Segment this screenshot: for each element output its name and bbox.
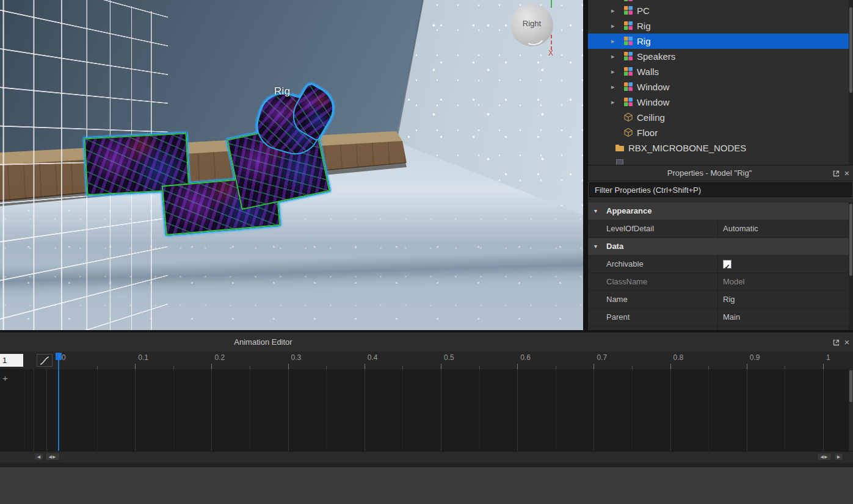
timeline-vertical-scrollbar-thumb[interactable] bbox=[849, 370, 852, 402]
explorer-item-rig[interactable]: ▸Rig bbox=[588, 18, 853, 34]
section-collapse-icon[interactable]: ▾ bbox=[594, 238, 597, 255]
3d-viewport[interactable]: Rig Right X bbox=[0, 0, 583, 330]
filter-properties-input[interactable] bbox=[589, 182, 852, 197]
explorer-item-label: Window bbox=[637, 95, 669, 110]
explorer-panel: ▸PC▸Rig▸Rig▸Speakers▸Walls▸Window▸Window… bbox=[588, 0, 853, 165]
property-row-parent[interactable]: ParentMain bbox=[588, 309, 853, 326]
timeline-vertical-scrollbar[interactable] bbox=[849, 369, 853, 451]
scroll-zoom-left-button[interactable]: ◀▶ bbox=[45, 453, 60, 461]
explorer-item-walls[interactable]: ▸Walls bbox=[588, 64, 853, 79]
ruler-tick bbox=[747, 364, 747, 369]
add-track-button[interactable]: + bbox=[2, 373, 8, 383]
explorer-item-ceiling[interactable]: Ceiling bbox=[588, 110, 853, 125]
model-icon bbox=[623, 67, 633, 76]
explorer-item-label: RBX_MICROBONE_NODES bbox=[628, 140, 746, 156]
model-icon bbox=[623, 36, 633, 46]
folder-icon bbox=[615, 143, 625, 153]
explorer-item-label: Window bbox=[637, 79, 669, 95]
model-icon bbox=[623, 51, 633, 61]
property-value-text: Automatic bbox=[723, 220, 758, 237]
rig-model[interactable] bbox=[79, 92, 348, 238]
x-axis-line bbox=[551, 35, 552, 50]
explorer-item-window[interactable]: ▸Window bbox=[588, 79, 853, 95]
ruler-tick bbox=[441, 364, 441, 369]
ruler-tick bbox=[211, 364, 212, 369]
animation-editor-panel: Animation Editor × 00.10.20.30.40.50.60.… bbox=[0, 333, 853, 467]
property-section-data[interactable]: ▾Data bbox=[588, 238, 853, 256]
property-label: Archivable bbox=[606, 256, 644, 273]
property-label: Parent bbox=[606, 309, 630, 326]
properties-scrollbar[interactable] bbox=[849, 203, 853, 330]
properties-rows: ▾AppearanceLevelOfDetailAutomatic▾DataAr… bbox=[588, 203, 853, 330]
properties-scrollbar-thumb[interactable] bbox=[849, 204, 852, 276]
explorer-item-partial[interactable] bbox=[588, 156, 853, 165]
property-value-text: Model bbox=[723, 273, 744, 290]
dope-sheet[interactable]: + bbox=[0, 369, 853, 451]
expand-arrow-icon[interactable]: ▸ bbox=[611, 3, 615, 18]
explorer-item-label: Rig bbox=[637, 18, 651, 34]
playhead[interactable] bbox=[58, 353, 59, 451]
ruler-tick-label: 0.4 bbox=[368, 353, 378, 362]
explorer-item-pc[interactable]: ▸PC bbox=[588, 3, 853, 18]
frame-input[interactable]: 1 bbox=[0, 354, 23, 367]
explorer-item-rbx-microbone-nodes[interactable]: RBX_MICROBONE_NODES bbox=[588, 140, 853, 156]
ruler-tick-label: 0.7 bbox=[597, 353, 607, 362]
ruler-tick-label: 0.3 bbox=[291, 353, 302, 362]
model-icon bbox=[623, 21, 633, 31]
explorer-item-label: Floor bbox=[637, 125, 658, 140]
scroll-right-button[interactable]: ▶ bbox=[834, 453, 843, 461]
property-row-classname[interactable]: ClassNameModel bbox=[588, 273, 853, 291]
ruler-tick bbox=[135, 364, 136, 369]
easing-style-button[interactable] bbox=[37, 354, 53, 367]
expand-arrow-icon[interactable]: ▸ bbox=[611, 49, 615, 64]
properties-title: Properties - Model "Rig" bbox=[588, 165, 853, 181]
model-icon bbox=[623, 5, 633, 15]
property-section-appearance[interactable]: ▾Appearance bbox=[588, 203, 853, 220]
property-value-cell[interactable]: ✓ bbox=[717, 256, 853, 273]
y-axis-indicator bbox=[551, 0, 552, 8]
property-row-archivable[interactable]: Archivable✓ bbox=[588, 256, 853, 273]
explorer-item-label: Ceiling bbox=[637, 110, 665, 125]
property-value-cell[interactable]: Model bbox=[717, 273, 853, 290]
close-icon[interactable]: × bbox=[843, 167, 851, 179]
close-icon[interactable]: × bbox=[843, 336, 851, 348]
ruler-tick bbox=[670, 364, 671, 369]
ruler-tick bbox=[365, 364, 365, 369]
playhead-handle[interactable] bbox=[56, 353, 62, 360]
meshpart-icon bbox=[623, 112, 633, 122]
expand-arrow-icon[interactable]: ▸ bbox=[611, 95, 615, 110]
explorer-item-floor[interactable]: Floor bbox=[588, 125, 853, 140]
property-row-name[interactable]: NameRig bbox=[588, 291, 853, 309]
explorer-item-speakers[interactable]: ▸Speakers bbox=[588, 49, 853, 64]
ruler-tick-label: 0.8 bbox=[673, 353, 684, 362]
property-value-cell[interactable]: Main bbox=[717, 309, 853, 326]
expand-arrow-icon[interactable]: ▸ bbox=[611, 18, 615, 34]
roblox-studio-window: Rig Right X ▸PC▸Rig▸Rig▸Speakers▸Walls▸W… bbox=[0, 0, 853, 504]
explorer-scrollbar[interactable] bbox=[849, 0, 853, 165]
property-value-cell[interactable]: Rig bbox=[717, 291, 853, 308]
view-selector-ball[interactable]: Right bbox=[510, 4, 553, 46]
explorer-item-window[interactable]: ▸Window bbox=[588, 95, 853, 110]
explorer-item-rig[interactable]: ▸Rig bbox=[588, 34, 853, 49]
expand-arrow-icon[interactable]: ▸ bbox=[611, 34, 615, 49]
expand-arrow-icon[interactable]: ▸ bbox=[611, 79, 615, 95]
status-bar bbox=[0, 467, 853, 504]
properties-titlebar: Properties - Model "Rig" × bbox=[588, 165, 853, 181]
explorer-item-label: PC bbox=[637, 3, 650, 18]
generic-icon bbox=[615, 158, 625, 165]
explorer-scrollbar-thumb[interactable] bbox=[849, 7, 852, 93]
timeline-scrollbar[interactable]: ◀ ◀▶ ◀▶ ▶ bbox=[0, 451, 853, 463]
property-value-cell[interactable]: Automatic bbox=[717, 220, 853, 237]
scroll-left-button[interactable]: ◀ bbox=[34, 453, 43, 461]
expand-arrow-icon[interactable]: ▸ bbox=[611, 64, 615, 79]
undock-icon[interactable] bbox=[832, 338, 841, 347]
timeline-ruler[interactable]: 00.10.20.30.40.50.60.70.80.91 bbox=[0, 351, 853, 370]
property-row-levelofdetail[interactable]: LevelOfDetailAutomatic bbox=[588, 220, 853, 238]
track-list-divider bbox=[24, 369, 25, 451]
x-axis-label: X bbox=[548, 49, 553, 57]
archivable-checkbox[interactable]: ✓ bbox=[723, 260, 731, 268]
undock-icon[interactable] bbox=[832, 169, 841, 178]
scroll-zoom-right-button[interactable]: ◀▶ bbox=[817, 453, 832, 461]
section-collapse-icon[interactable]: ▾ bbox=[594, 203, 597, 220]
model-icon bbox=[623, 82, 633, 92]
